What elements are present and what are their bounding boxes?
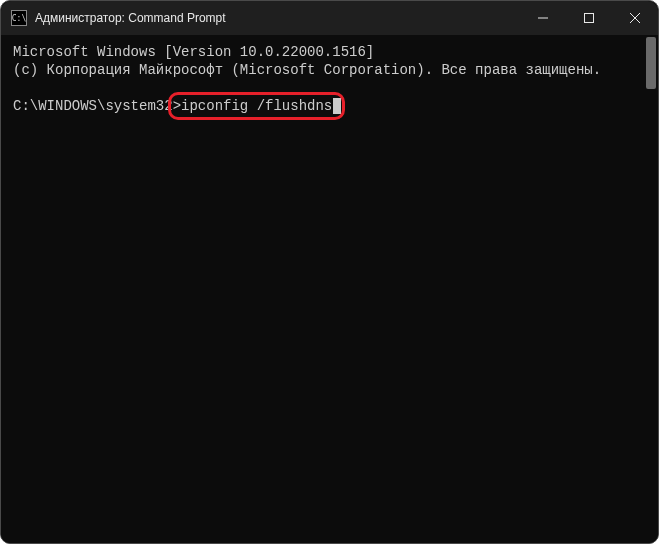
prompt-line: C:\WINDOWS\system32>ipconfig /flushdns — [13, 97, 341, 115]
titlebar[interactable]: C:\ Администратор: Command Prompt — [1, 1, 658, 35]
command-text: ipconfig /flushdns — [181, 98, 332, 114]
window-title: Администратор: Command Prompt — [35, 11, 226, 25]
command-region: >ipconfig /flushdns — [173, 98, 333, 114]
minimize-icon — [538, 13, 548, 23]
svg-rect-1 — [585, 14, 594, 23]
command-prompt-window: C:\ Администратор: Command Prompt Micros… — [0, 0, 659, 544]
scrollbar-thumb[interactable] — [646, 37, 656, 89]
close-icon — [630, 13, 640, 23]
minimize-button[interactable] — [520, 1, 566, 35]
prompt-symbol: > — [173, 98, 181, 114]
title-left: C:\ Администратор: Command Prompt — [1, 10, 226, 26]
terminal-body[interactable]: Microsoft Windows [Version 10.0.22000.15… — [1, 35, 658, 543]
version-line: Microsoft Windows [Version 10.0.22000.15… — [13, 44, 374, 60]
prompt-path: C:\WINDOWS\system32 — [13, 98, 173, 114]
copyright-line: (c) Корпорация Майкрософт (Microsoft Cor… — [13, 62, 601, 78]
maximize-icon — [584, 13, 594, 23]
cmd-icon: C:\ — [11, 10, 27, 26]
text-cursor — [333, 98, 341, 114]
close-button[interactable] — [612, 1, 658, 35]
maximize-button[interactable] — [566, 1, 612, 35]
window-controls — [520, 1, 658, 35]
